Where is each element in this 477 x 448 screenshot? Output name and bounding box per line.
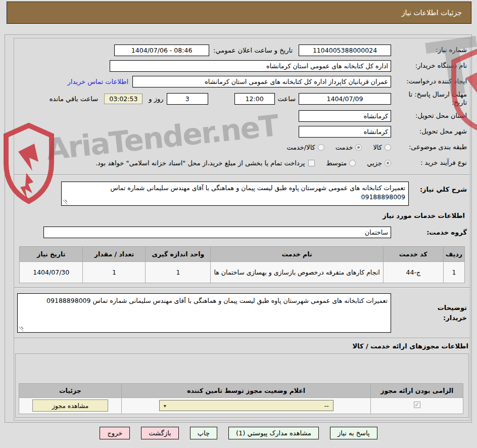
need-description-row: شرح کلي نیاز: تعمیرات کتابخانه های عمومی… [17,182,467,206]
subject-category-label: طبقه بندی موضوعی: [391,143,467,151]
col-permit-required: الزامی بودن ارائه مجوز [371,383,463,397]
cell-permit-required [371,397,463,414]
need-number-row: شماره نیاز: 1104005388000024 تاریخ و ساع… [17,43,467,57]
permit-required-checkbox[interactable] [414,401,420,408]
delivery-city-row: شهر محل تحویل: کرمانشاه [17,125,467,139]
services-table-header-row: ردیف کد خدمت نام خدمت واحد اندازه گیری ت… [20,246,465,261]
back-button[interactable]: بازگشت [141,427,178,439]
buyer-notes-label: توضیحات خریدار: [391,303,467,323]
deadline-date-field[interactable]: 1404/07/09 [299,93,391,105]
cell-need-date: 1404/07/30 [20,261,83,283]
content-box: شماره نیاز: 1104005388000024 تاریخ و ساع… [14,38,470,421]
purchase-process-label: نوع فرآیند خرید : [391,159,467,167]
col-service-code: کد خدمت [383,246,443,261]
buyer-notes-textarea[interactable]: تعمیرات کتابخانه های عمومی شهرستان پاوه … [17,293,391,333]
general-info-section: شماره نیاز: 1104005388000024 تاریخ و ساع… [14,38,470,174]
cell-service-name: انجام کارهای متفرقه درخصوص بازسازی و بهس… [211,261,383,283]
col-quantity: تعداد / مقدار [83,246,146,261]
radio-medium-icon[interactable] [349,160,356,166]
radio-service-icon[interactable] [355,144,362,151]
permits-table: الزامی بودن ارائه مجوز اعلام وضعیت مجوز … [19,383,463,414]
resize-handle-icon[interactable] [19,327,23,331]
radio-goods-service-icon[interactable] [318,144,324,151]
view-attachments-button[interactable]: مشاهده مدارک پیوستي (1) [228,427,319,439]
remaining-days-field[interactable]: 3 [167,93,208,105]
col-service-name: نام خدمت [211,246,383,261]
need-details-page: { "page_title": "جزئیات اطلاعات نیاز", "… [0,0,477,448]
footer-actions: پاسخ به نیاز مشاهده مدارک پیوستي (1) چاپ… [0,427,477,439]
countdown-timer: 03:02:53 [104,94,142,104]
buyer-notes-section: توضیحات خریدار: تعمیرات کتابخانه های عمو… [14,288,470,338]
announce-datetime-field[interactable]: 1404/07/06 - 08:46 [114,44,209,56]
page-title-bar: جزئیات اطلاعات نیاز [7,2,471,24]
delivery-city-label: شهر محل تحویل: [391,127,467,136]
deadline-label: مهلت ارسال پاسخ: تا تاریخ: [391,91,467,107]
col-row-number: ردیف [443,246,464,261]
permits-table-header-row: الزامی بودن ارائه مجوز اعلام وضعیت مجوز … [19,383,463,397]
cell-row-number: 1 [443,261,464,283]
radio-goods-icon[interactable] [385,144,391,151]
need-number-field[interactable]: 1104005388000024 [299,44,391,56]
delivery-province-field[interactable]: کرمانشاه [299,110,391,122]
services-table: ردیف کد خدمت نام خدمت واحد اندازه گیری ت… [19,246,465,283]
services-table-row: 1 ج-44 انجام کارهای متفرقه درخصوص بازساز… [20,261,465,283]
col-permit-status: اعلام وضعیت مجوز توسط تامین کننده [121,383,371,397]
need-description-textarea[interactable]: تعمیرات کتابخانه های عمومی شهرستان پاوه … [61,182,409,206]
permits-section-title: اطلاعات مجوزهای ارائه خدمت / کالا [14,339,470,353]
category-option-goods-service: کالا/خدمت [287,144,324,151]
permits-table-row: -- ▾ مشاهده مجوز [19,397,463,414]
process-option-minor: جزیي [367,159,391,167]
service-group-row: گروه خدمت: ساختمان [17,227,467,238]
deadline-row: مهلت ارسال پاسخ: تا تاریخ: 1404/07/09 سا… [17,91,467,107]
services-section-title: اطلاعات خدمات مورد نیاز [17,206,467,220]
delivery-province-label: استان محل تحویل: [391,112,467,120]
subject-category-row: طبقه بندی موضوعی: کالا خدمت کالا/خدمت [17,141,467,154]
exit-button[interactable]: خروج [100,427,130,439]
buyer-org-field[interactable]: اداره کل کتابخانه های عمومی استان کرمانش… [110,60,391,72]
buyer-org-row: نام دستگاه خریدار: اداره کل کتابخانه های… [17,59,467,72]
col-unit: واحد اندازه گیری [146,246,211,261]
request-creator-field[interactable]: عمران قربانیان کاپرداز اداره کل کتابخانه… [132,76,391,87]
permits-box: الزامی بودن ارائه مجوز اعلام وضعیت مجوز … [15,353,469,418]
radio-minor-icon[interactable] [385,160,391,166]
chevron-down-icon: ▾ [164,403,166,409]
service-group-label: گروه خدمت: [391,229,467,236]
respond-to-need-button[interactable]: پاسخ به نیاز [330,427,377,439]
delivery-province-row: استان محل تحویل: کرمانشاه [17,110,467,123]
deadline-time-field[interactable]: 12:00 [234,93,275,105]
buyer-org-label: نام دستگاه خریدار: [391,62,467,70]
category-option-goods: کالا [373,144,391,151]
service-group-field[interactable]: ساختمان [43,227,391,238]
buyer-contact-link[interactable]: اطلاعات تماس خریدار [68,78,128,85]
cell-permit-details: مشاهده مجوز [19,397,122,414]
treasury-note-group: پرداخت تمام یا بخشی از مبلغ خرید،از محل … [96,159,315,167]
resize-handle-icon[interactable] [63,200,67,204]
cell-quantity: 1 [83,261,146,283]
purchase-process-row: نوع فرآیند خرید : جزیي متوسط پرداخت تمام… [17,157,467,170]
permit-status-select[interactable]: -- ▾ [159,400,333,411]
request-creator-label: ایجاد کننده درخواست: [391,77,467,85]
delivery-city-field[interactable]: کرمانشاه [299,126,391,138]
col-permit-details: جزئیات [19,383,122,397]
treasury-checkbox[interactable] [308,160,315,166]
process-option-medium: متوسط [326,159,356,167]
days-and-label: روز و [149,95,163,103]
cell-unit: 1 [146,261,211,283]
page-title: جزئیات اطلاعات نیاز [402,9,462,17]
cell-service-code: ج-44 [383,261,443,283]
print-button[interactable]: چاپ [190,427,217,439]
request-creator-row: ایجاد کننده درخواست: عمران قربانیان کاپر… [17,75,467,88]
main-container: شماره نیاز: 1104005388000024 تاریخ و ساع… [5,34,472,423]
services-section: شرح کلي نیاز: تعمیرات کتابخانه های عمومی… [14,175,470,287]
treasury-note-text: پرداخت تمام یا بخشی از مبلغ خرید،از محل … [96,159,305,167]
time-remaining-label: ساعت باقي مانده [50,95,98,103]
category-option-service: خدمت [336,144,362,151]
announce-datetime-label: تاریخ و ساعت اعلان عمومي: [213,47,293,54]
deadline-time-label: ساعت [278,95,296,103]
need-number-label: شماره نیاز: [391,46,467,54]
need-description-label: شرح کلي نیاز: [409,182,467,194]
col-need-date: تاریخ نیاز [20,246,83,261]
view-permit-button[interactable]: مشاهده مجوز [32,399,108,412]
cell-permit-status: -- ▾ [121,397,371,414]
